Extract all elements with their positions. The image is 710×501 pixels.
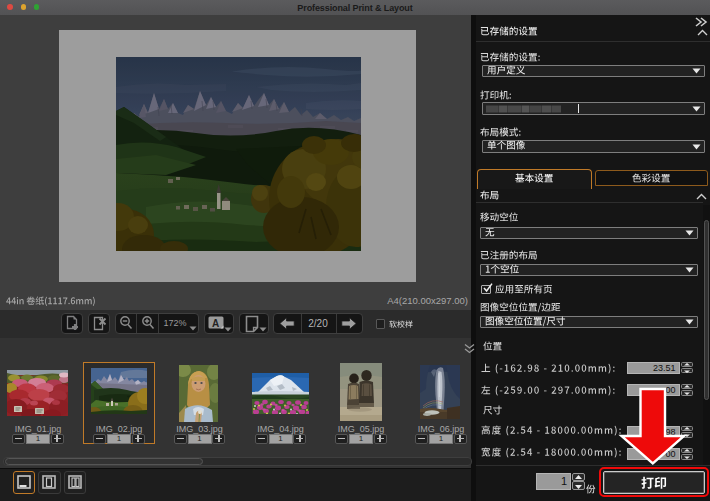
svg-text:A: A (212, 318, 219, 329)
